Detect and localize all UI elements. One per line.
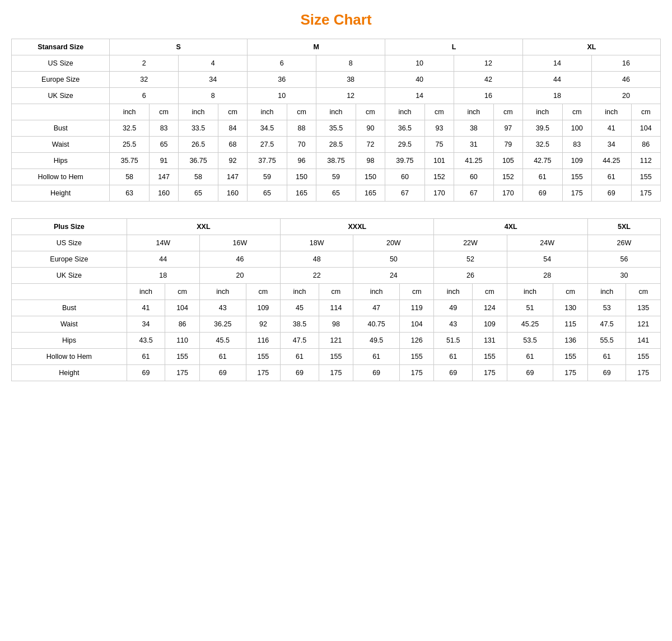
europe-36: 36 [248, 72, 316, 88]
cell-2-12: 42.75 [523, 153, 563, 169]
cell-4-14: 69 [591, 185, 631, 202]
cell-1-6: 40.75 [353, 316, 400, 333]
cell-2-2: 45.5 [199, 333, 246, 349]
size-s-header: S [110, 39, 248, 55]
cell-4-1: 160 [149, 185, 178, 202]
us-size-label: US Size [12, 55, 110, 72]
cell-1-3: 92 [246, 316, 280, 333]
plus-europe-44: 44 [127, 251, 199, 268]
cell-1-11: 115 [553, 316, 587, 333]
cell-0-8: 49 [434, 300, 473, 316]
unit-inch-4: inch [316, 104, 356, 120]
cell-0-14: 41 [591, 120, 631, 137]
us-size-8: 8 [316, 55, 385, 72]
cell-3-5: 155 [319, 349, 353, 365]
cell-0-0: 41 [127, 300, 165, 316]
cell-4-13: 175 [562, 185, 591, 202]
cell-0-9: 93 [424, 120, 454, 137]
cell-2-11: 105 [493, 153, 522, 169]
cell-2-5: 121 [319, 333, 353, 349]
plus-unit-label-empty [12, 284, 127, 300]
cell-1-6: 28.5 [316, 137, 356, 153]
plus-unit-cm-5: cm [473, 284, 507, 300]
uk-6: 6 [110, 88, 179, 104]
cell-3-12: 61 [523, 169, 563, 185]
cell-0-3: 84 [218, 120, 247, 137]
cell-0-13: 100 [562, 120, 591, 137]
cell-2-1: 110 [165, 333, 199, 349]
cell-3-7: 150 [356, 169, 385, 185]
cell-4-6: 69 [353, 365, 400, 381]
cell-3-10: 60 [454, 169, 494, 185]
plus-uk-22: 22 [281, 268, 353, 284]
cell-0-0: 32.5 [110, 120, 150, 137]
cell-4-2: 65 [179, 185, 218, 202]
cell-0-10: 38 [454, 120, 494, 137]
cell-2-9: 101 [424, 153, 454, 169]
plus-unit-cm-6: cm [553, 284, 587, 300]
data-row-1: Waist348636.259238.59840.751044310945.25… [12, 316, 661, 333]
cell-3-10: 61 [507, 349, 553, 365]
cell-1-5: 98 [319, 316, 353, 333]
cell-1-7: 104 [400, 316, 434, 333]
cell-0-7: 119 [400, 300, 434, 316]
cell-4-0: 63 [110, 185, 150, 202]
plus-europe-label: Europe Size [12, 251, 127, 268]
cell-2-13: 109 [562, 153, 591, 169]
plus-size-header-row: Plus Size XXL XXXL 4XL 5XL [12, 219, 661, 235]
plus-unit-inch-6: inch [507, 284, 553, 300]
cell-0-3: 109 [246, 300, 280, 316]
cell-2-12: 55.5 [587, 333, 626, 349]
cell-1-13: 121 [626, 316, 661, 333]
plus-unit-cm-2: cm [246, 284, 280, 300]
cell-2-4: 47.5 [281, 333, 319, 349]
cell-0-6: 35.5 [316, 120, 356, 137]
plus-unit-inch-2: inch [199, 284, 246, 300]
unit-cm-3: cm [287, 104, 316, 120]
plus-unit-cm-3: cm [319, 284, 353, 300]
cell-4-7: 165 [356, 185, 385, 202]
plus-unit-cm-4: cm [400, 284, 434, 300]
standard-size-label: Stansard Size [12, 39, 110, 55]
unit-inch-1: inch [110, 104, 150, 120]
plus-uk-28: 28 [507, 268, 587, 284]
cell-3-6: 59 [316, 169, 356, 185]
plus-unit-cm-7: cm [626, 284, 661, 300]
cell-2-8: 39.75 [385, 153, 425, 169]
cell-0-5: 114 [319, 300, 353, 316]
cell-1-8: 29.5 [385, 137, 425, 153]
unit-inch-3: inch [248, 104, 287, 120]
cell-1-1: 65 [149, 137, 178, 153]
unit-inch-7: inch [523, 104, 563, 120]
plus-unit-cm-1: cm [165, 284, 199, 300]
us-size-10: 10 [385, 55, 454, 72]
cell-3-0: 58 [110, 169, 150, 185]
europe-46: 46 [591, 72, 660, 88]
cell-3-2: 58 [179, 169, 218, 185]
us-size-row: US Size 2 4 6 8 10 12 14 16 [12, 55, 661, 72]
cell-1-3: 68 [218, 137, 247, 153]
cell-3-9: 155 [473, 349, 507, 365]
plus-unit-inch-4: inch [353, 284, 400, 300]
us-size-14: 14 [523, 55, 592, 72]
unit-inch-6: inch [454, 104, 494, 120]
row-label-1: Waist [12, 316, 127, 333]
row-label-3: Hollow to Hem [12, 169, 110, 185]
uk-size-label: UK Size [12, 88, 110, 104]
unit-cm-6: cm [493, 104, 522, 120]
cell-4-7: 175 [400, 365, 434, 381]
uk-16: 16 [454, 88, 523, 104]
cell-3-15: 155 [631, 169, 660, 185]
cell-1-1: 86 [165, 316, 199, 333]
cell-4-12: 69 [523, 185, 563, 202]
cell-3-5: 150 [287, 169, 316, 185]
unit-cm-2: cm [218, 104, 247, 120]
plus-europe-50: 50 [353, 251, 434, 268]
cell-4-9: 170 [424, 185, 454, 202]
unit-cm-8: cm [631, 104, 660, 120]
uk-10: 10 [248, 88, 316, 104]
data-row-2: Hips43.511045.511647.512149.512651.51315… [12, 333, 661, 349]
cell-0-12: 53 [587, 300, 626, 316]
plus-unit-inch-1: inch [127, 284, 165, 300]
plus-uk-24: 24 [353, 268, 434, 284]
